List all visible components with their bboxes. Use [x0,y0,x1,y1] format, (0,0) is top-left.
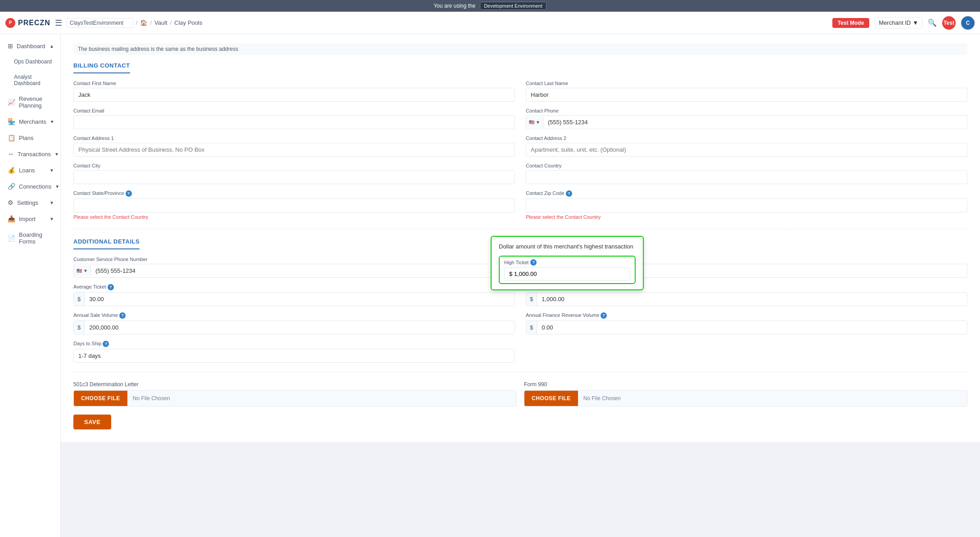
contact-first-name-label: Contact First Name [73,81,515,86]
sidebar-label-revenue: Revenue Planning [19,95,54,109]
dev-env-badge: Development Environment [480,2,546,10]
contact-address1-input[interactable] [73,143,515,157]
contact-state-group: Contact State/Province ? Please select t… [73,190,515,220]
dashboard-chevron: ▲ [50,44,54,49]
contact-country-select[interactable] [526,170,967,184]
tooltip-high-ticket-label: High Ticket ? [504,259,630,266]
file-section: 501c3 Determination Letter CHOOSE FILE N… [73,381,967,406]
settings-chevron: ▼ [50,200,54,205]
sidebar-item-boarding-forms[interactable]: 📄 Boarding Forms [0,227,60,249]
file-upload-form990: Form 990 CHOOSE FILE No File Chosen [524,381,967,406]
annual-finance-group: Annual Finance Revenue Volume ? $ [526,312,967,334]
contact-address1-label: Contact Address 1 [73,135,515,141]
sidebar-label-ops: Ops Dashboard [14,59,52,65]
section-divider-1 [73,229,967,229]
days-to-ship-label: Days to Ship ? [73,341,515,347]
contact-zip-input[interactable] [526,199,967,212]
sidebar-item-ops-dashboard[interactable]: Ops Dashboard [0,54,60,69]
high-ticket-help-icon[interactable]: ? [530,259,537,266]
sidebar-item-plans[interactable]: 📋 Plans [0,130,60,146]
contact-last-name-group: Contact Last Name [526,81,967,102]
sidebar-item-transactions[interactable]: ↔ Transactions ▼ [0,146,60,162]
days-to-ship-help-icon[interactable]: ? [103,341,109,347]
environment-select[interactable]: ClaysTestEnvironment [67,18,133,28]
dashboard-icon: ⊞ [8,42,13,50]
save-button[interactable]: SAVE [73,415,111,429]
loans-chevron: ▼ [50,168,54,173]
file-row: 501c3 Determination Letter CHOOSE FILE N… [73,381,967,406]
content-area: Dollar amount of this merchant's highest… [61,34,980,537]
merchants-icon: 🏪 [8,118,15,125]
avg-ticket-help-icon[interactable]: ? [108,284,114,290]
customer-service-phone-input[interactable] [91,264,515,277]
contact-phone-input[interactable] [543,116,967,129]
days-to-ship-select[interactable]: 1-7 days 8-14 days 15-30 days [73,349,515,363]
annual-sale-help-icon[interactable]: ? [119,312,126,319]
sidebar-item-merchants[interactable]: 🏪 Merchants ▼ [0,113,60,130]
customer-phone-flag[interactable]: 🇺🇸▼ [74,265,91,276]
merchant-id-chevron: ▼ [912,19,918,26]
header: P PRECZN ☰ ClaysTestEnvironment / 🏠 / Va… [0,12,980,34]
annual-sale-dollar: $ [74,321,85,334]
file-form990-label: Form 990 [524,381,967,388]
sidebar-item-loans[interactable]: 💰 Loans ▼ [0,162,60,178]
file-upload-form990-area: CHOOSE FILE No File Chosen [524,390,967,406]
high-ticket-input[interactable] [537,293,967,306]
sidebar-item-dashboard[interactable]: ⊞ Dashboard ▲ [0,38,60,54]
breadcrumb-vault[interactable]: Vault [154,19,167,26]
sidebar-label-connections: Connections [19,183,51,190]
average-ticket-input-wrapper: $ [73,292,515,306]
connections-chevron: ▼ [55,184,59,189]
sidebar-item-revenue-planning[interactable]: 📈 Revenue Planning [0,91,60,113]
contact-address2-input[interactable] [526,143,967,157]
high-ticket-input-wrapper: $ [526,292,967,306]
choose-file-501c3-button[interactable]: CHOOSE FILE [74,391,127,406]
boarding-forms-icon: 📄 [8,235,15,242]
contact-city-group: Contact City [73,163,515,184]
contact-last-name-input[interactable] [526,88,967,102]
state-help-icon[interactable]: ? [126,190,132,197]
merchants-chevron: ▼ [50,119,54,124]
sidebar-item-connections[interactable]: 🔗 Connections ▼ [0,178,60,194]
annual-sale-volume-label: Annual Sale Volume ? [73,312,515,319]
search-button[interactable]: 🔍 [928,18,937,27]
average-ticket-label: Average Ticket ? [73,284,515,290]
annual-finance-help-icon[interactable]: ? [601,312,607,319]
annual-sale-volume-input[interactable] [85,321,515,334]
customer-service-phone-label: Customer Service Phone Number [73,257,515,262]
contact-state-label: Contact State/Province ? [73,190,515,197]
customer-service-phone-group: Customer Service Phone Number 🇺🇸▼ [73,257,515,278]
sidebar-label-merchants: Merchants [19,118,46,125]
sidebar-item-settings[interactable]: ⚙ Settings ▼ [0,194,60,211]
annual-finance-input[interactable] [537,321,967,334]
choose-file-form990-button[interactable]: CHOOSE FILE [524,391,578,406]
contact-state-select[interactable] [73,199,515,212]
billing-contact-grid: Contact First Name Contact Last Name Con… [73,81,967,220]
file-501c3-name: No File Chosen [127,395,176,402]
average-ticket-input[interactable] [85,293,515,306]
contact-address2-group: Contact Address 2 [526,135,967,157]
test-mode-button[interactable]: Test Mode [832,18,869,28]
contact-first-name-input[interactable] [73,88,515,102]
sidebar-label-transactions: Transactions [18,151,51,158]
zip-help-icon[interactable]: ? [566,190,572,197]
sidebar-item-import[interactable]: 📥 Import ▼ [0,211,60,227]
contact-email-input[interactable] [73,115,515,129]
contact-first-name-group: Contact First Name [73,81,515,102]
file-form990-name: No File Chosen [578,395,626,402]
logo-text: PRECZN [18,19,50,27]
hamburger-menu[interactable]: ☰ [55,18,62,28]
top-banner: You are using the Development Environmen… [0,0,980,12]
tooltip-text: Dollar amount of this merchant's highest… [499,242,636,251]
contact-city-input[interactable] [73,170,515,184]
user-badge[interactable]: Test [942,16,956,30]
revenue-icon: 📈 [8,99,15,106]
contact-phone-flag[interactable]: 🇺🇸▼ [526,117,543,128]
breadcrumb-home-icon[interactable]: 🏠 [140,19,147,26]
sidebar-item-analyst-dashboard[interactable]: Analyst Dashboard [0,69,60,91]
tooltip-high-ticket-input[interactable] [504,267,630,280]
merchant-id-select[interactable]: Merchant ID ▼ [875,17,922,28]
transactions-icon: ↔ [8,150,14,158]
import-icon: 📥 [8,215,15,222]
avatar[interactable]: C [961,16,975,30]
